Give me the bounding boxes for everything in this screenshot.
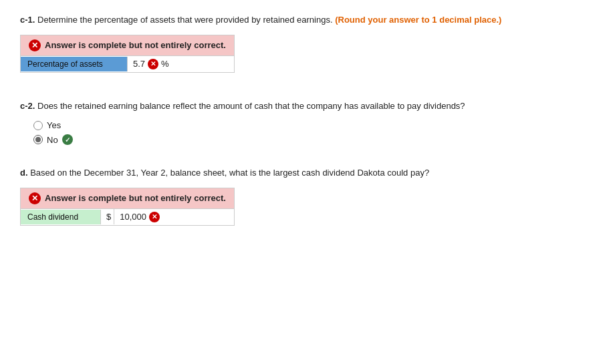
d-answer-row: Cash dividend $ 10,000 ✕ <box>21 209 234 225</box>
d-inline-error-icon: ✕ <box>149 212 160 222</box>
d-value: 10,000 <box>120 212 146 222</box>
c2-section: c-2. Does the retained earning balance r… <box>20 100 595 146</box>
c1-prefix: c-1. <box>20 15 35 25</box>
c2-yes-radio[interactable] <box>33 121 43 130</box>
d-dollar-sign: $ <box>101 209 114 224</box>
d-error-icon: ✕ <box>29 192 41 204</box>
d-table-label: Cash dividend <box>21 210 101 224</box>
c1-value: 5.7 <box>133 59 145 69</box>
c1-emphasis: (Round your answer to 1 decimal place.) <box>335 15 501 25</box>
c2-check-icon: ✓ <box>62 134 73 145</box>
c1-table-label: Percentage of assets <box>21 57 128 71</box>
c2-heading: c-2. Does the retained earning balance r… <box>20 100 595 113</box>
d-heading: d. Based on the December 31, Year 2, bal… <box>20 166 595 180</box>
d-answer-box: ✕ Answer is complete but not entirely co… <box>20 188 235 226</box>
d-table-value-cell: 10,000 ✕ <box>114 209 165 225</box>
d-section: d. Based on the December 31, Year 2, bal… <box>20 166 595 231</box>
c1-error-icon: ✕ <box>29 39 41 51</box>
c1-table-value-cell: 5.7 ✕ % <box>128 56 174 72</box>
c2-heading-text: Does the retained earning balance reflec… <box>35 101 465 111</box>
c2-yes-option[interactable]: Yes <box>33 120 595 130</box>
c1-inline-error-icon: ✕ <box>148 59 158 69</box>
d-answer-banner: ✕ Answer is complete but not entirely co… <box>21 188 234 209</box>
c1-section: c-1. Determine the percentage of assets … <box>20 13 595 78</box>
c2-no-label: No <box>47 135 58 145</box>
d-heading-text: Based on the December 31, Year 2, balanc… <box>28 168 430 178</box>
c2-no-radio[interactable] <box>33 135 43 144</box>
c1-answer-row: Percentage of assets 5.7 ✕ % <box>21 56 234 72</box>
c2-no-option[interactable]: No ✓ <box>33 134 595 145</box>
c1-heading-text: Determine the percentage of assets that … <box>35 15 335 25</box>
c2-yes-label: Yes <box>47 120 61 130</box>
c1-heading: c-1. Determine the percentage of assets … <box>20 13 595 27</box>
d-banner-text: Answer is complete but not entirely corr… <box>45 193 226 203</box>
c1-banner-text: Answer is complete but not entirely corr… <box>45 40 226 50</box>
c1-answer-box: ✕ Answer is complete but not entirely co… <box>20 35 235 73</box>
c1-answer-banner: ✕ Answer is complete but not entirely co… <box>21 35 234 56</box>
c2-prefix: c-2. <box>20 101 35 111</box>
c1-pct: % <box>161 59 169 69</box>
d-prefix: d. <box>20 168 28 178</box>
c2-radio-group: Yes No ✓ <box>33 120 595 145</box>
